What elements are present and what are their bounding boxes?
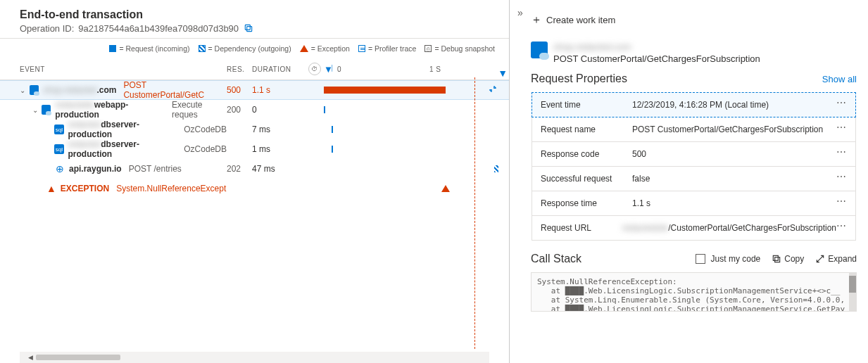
row-resource-name: redacteddbserver-production — [68, 139, 177, 159]
property-row[interactable]: Response code500⋯ — [532, 141, 856, 167]
timeline-bar — [332, 126, 333, 133]
property-row[interactable]: Successful requestfalse⋯ — [532, 166, 856, 191]
row-response-code: 200 — [227, 105, 252, 115]
exception-swatch — [300, 45, 308, 52]
legend-exception: = Exception — [311, 44, 350, 53]
plus-icon: ＋ — [531, 13, 542, 27]
globe-icon: ⊕ — [55, 164, 65, 174]
stack-line: System.NullReferenceException: — [537, 277, 850, 286]
property-row[interactable]: Request URLredactedsite/CustomerPortal/G… — [532, 215, 856, 241]
expand-stack-button[interactable]: Expand — [815, 254, 857, 264]
stack-line: at ████.Web.LicensingLogic.SubscriptionM… — [537, 305, 850, 312]
stack-line: at ████.Web.LicensingLogic.SubscriptionM… — [537, 286, 850, 295]
more-actions-icon[interactable]: ⋯ — [836, 149, 847, 155]
more-actions-icon[interactable]: ⋯ — [836, 198, 847, 204]
context-request-name: POST CustomerPortal/GetChargesForSubscri… — [553, 53, 760, 64]
snapshot-swatch — [424, 45, 432, 52]
timeline-bar — [324, 87, 446, 94]
transaction-row[interactable]: ⌄redactedwwebapp-production Execute requ… — [0, 100, 509, 120]
exception-icon: ▲ — [46, 184, 56, 193]
transaction-row[interactable]: sqlredacteddbserver-production OzCodeDB7… — [0, 120, 509, 139]
property-value: false — [632, 174, 836, 184]
timeline-funnel-right-icon[interactable]: ▼ — [498, 68, 508, 79]
row-duration: 1 ms — [252, 144, 308, 154]
property-row[interactable]: Event time12/23/2019, 4:16:28 PM (Local … — [532, 92, 856, 117]
property-value: 12/23/2019, 4:16:28 PM (Local time) — [632, 100, 836, 110]
col-event[interactable]: EVENT — [20, 65, 227, 73]
row-detail: System.NullReferenceException — [116, 184, 227, 193]
funnel-filter-icon[interactable]: ▼│ — [324, 64, 337, 75]
sql-db-icon: sql — [54, 144, 63, 154]
create-work-item-label: Create work item — [546, 15, 615, 25]
just-my-code-checkbox[interactable]: Just my code — [696, 254, 761, 264]
more-actions-icon[interactable]: ⋯ — [836, 223, 847, 229]
transaction-row[interactable]: ⌄shop.redacted.com POST CustomerPortal/G… — [0, 80, 509, 100]
row-resource-name: redacteddbserver-production — [68, 120, 177, 139]
col-duration[interactable]: DURATION — [252, 65, 308, 73]
property-label: Response time — [541, 198, 632, 208]
property-value: 500 — [632, 149, 836, 159]
copy-stack-button[interactable]: Copy — [772, 254, 804, 264]
property-label: Successful request — [541, 174, 632, 184]
call-stack-title: Call Stack — [531, 253, 581, 265]
collapse-row-icon[interactable] — [488, 84, 498, 96]
page-title: End-to-end transaction — [20, 8, 495, 21]
timeline-tick-1s: 1 S — [429, 65, 441, 73]
op-id-value: 9a2187544a6a1b439fea7098d07d3b90 — [78, 23, 239, 34]
expand-label: Expand — [828, 254, 857, 264]
row-duration: 7 ms — [252, 125, 308, 134]
filter-clock-icon[interactable]: ⏱ — [308, 63, 321, 75]
row-response-code: 500 — [227, 85, 252, 95]
scroll-left-icon[interactable]: ◀ — [28, 354, 33, 361]
legend-snapshot: = Debug snapshot — [434, 44, 495, 53]
row-response-code: 202 — [227, 164, 252, 174]
property-value: 1.1 s — [632, 198, 836, 208]
dependency-swatch — [199, 45, 206, 52]
create-work-item-button[interactable]: ＋ Create work item — [510, 6, 868, 37]
property-label: Event time — [541, 100, 632, 110]
row-duration: 1.1 s — [252, 85, 308, 95]
svg-rect-3 — [774, 255, 779, 260]
sql-db-icon: sql — [54, 125, 63, 134]
copy-label: Copy — [784, 254, 804, 264]
horizontal-scrollbar[interactable]: ◀ — [20, 352, 489, 363]
row-detail: Execute reques — [172, 100, 227, 120]
property-label: Response code — [541, 149, 632, 159]
profiler-swatch — [358, 45, 365, 52]
chevron-down-icon[interactable]: ⌄ — [20, 87, 28, 94]
transaction-row[interactable]: ▲EXCEPTION System.NullReferenceException — [0, 179, 509, 198]
property-label: Request name — [541, 125, 632, 134]
just-my-code-label: Just my code — [711, 254, 761, 264]
timeline-bar — [332, 146, 333, 153]
svg-rect-1 — [245, 25, 250, 30]
timeline-bar — [441, 185, 450, 192]
copy-op-id-icon[interactable] — [243, 23, 254, 34]
legend-dependency: = Dependency (outgoing) — [208, 44, 291, 53]
more-actions-icon[interactable]: ⋯ — [836, 174, 847, 179]
transaction-row[interactable]: sqlredacteddbserver-production OzCodeDB1… — [0, 139, 509, 159]
property-label: Request URL — [541, 223, 622, 233]
app-icon — [531, 42, 548, 58]
legend: = Request (incoming) = Dependency (outgo… — [0, 39, 509, 58]
cloud-app-icon — [30, 85, 39, 95]
timeline-tick-0: 0 — [337, 65, 341, 73]
row-resource-name: shop.redacted.com — [43, 85, 116, 95]
scroll-thumb[interactable] — [36, 355, 120, 360]
chevron-down-icon[interactable]: ⌄ — [32, 106, 40, 114]
legend-profiler: = Profiler trace — [368, 44, 417, 53]
more-actions-icon[interactable]: ⋯ — [836, 100, 847, 106]
op-id-label: Operation ID: — [20, 23, 74, 34]
property-row[interactable]: Request namePOST CustomerPortal/GetCharg… — [532, 117, 856, 142]
property-value: POST CustomerPortal/GetChargesForSubscri… — [632, 125, 836, 134]
legend-request: = Request (incoming) — [119, 44, 189, 53]
cloud-app-icon — [42, 105, 51, 115]
show-all-link[interactable]: Show all — [822, 74, 857, 84]
more-actions-icon[interactable]: ⋯ — [836, 125, 847, 130]
stack-vertical-scrollbar[interactable] — [849, 273, 856, 311]
property-row[interactable]: Response time1.1 s⋯ — [532, 191, 856, 216]
call-stack-box[interactable]: System.NullReferenceException: at ████.W… — [531, 272, 857, 312]
transaction-row[interactable]: ⊕api.raygun.io POST /entries20247 ms — [0, 159, 509, 179]
row-detail: OzCodeDB — [184, 125, 227, 134]
col-res[interactable]: RES. — [227, 65, 252, 73]
expand-panel-icon[interactable]: » — [517, 7, 523, 18]
